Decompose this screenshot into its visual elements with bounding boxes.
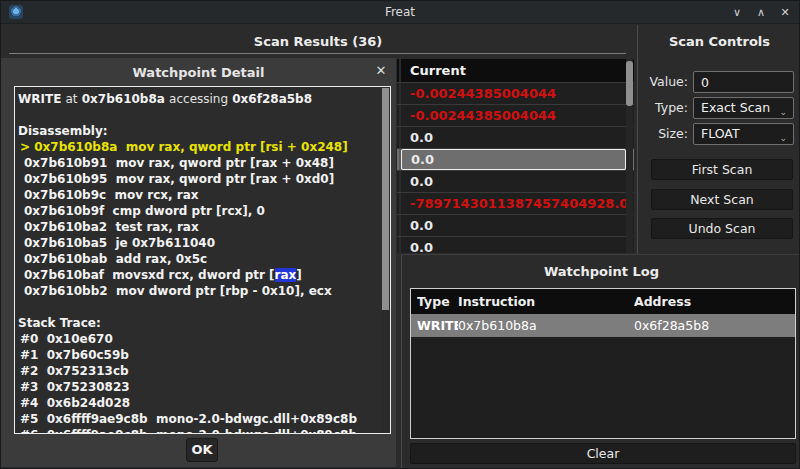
close-icon[interactable]: ✕ bbox=[372, 62, 390, 80]
titlebar: Freat ∨ ∧ ✕ bbox=[1, 1, 799, 24]
watchpoint-log-table[interactable]: Type Instruction Address WRITE0x7b610b8a… bbox=[410, 288, 796, 439]
watchpoint-log-title: Watchpoint Log bbox=[402, 264, 800, 279]
scan-result-value: 0.0 bbox=[401, 237, 626, 253]
highlighted-register: rax bbox=[275, 268, 297, 282]
log-col-address: Address bbox=[634, 289, 795, 314]
type-dropdown-value: Exact Scan bbox=[701, 100, 770, 115]
scan-controls-panel: Scan Controls Value: Type: Exact Scan ⌄ … bbox=[638, 25, 800, 254]
disassembly-line: 0x7b610bb2 mov dword ptr [rbp - 0x10], e… bbox=[18, 283, 378, 299]
detail-scrollbar-thumb[interactable] bbox=[382, 88, 389, 310]
scan-results-rows: -0.00244385004044-0.002443850040440.00.0… bbox=[396, 83, 634, 253]
blank-line bbox=[18, 107, 378, 123]
value-label: Value: bbox=[638, 74, 688, 89]
stack-frame: #0 0x10e670 bbox=[18, 331, 378, 347]
scan-result-value: 0.0 bbox=[401, 149, 626, 170]
scan-result-value: -0.00244385004044 bbox=[401, 105, 626, 126]
scan-result-row[interactable]: 0.0 bbox=[396, 215, 634, 237]
disassembly-line: 0x7b610ba2 test rax, rax bbox=[18, 219, 378, 235]
clear-button[interactable]: Clear bbox=[410, 443, 796, 464]
log-col-instruction: Instruction bbox=[458, 289, 634, 314]
scan-result-row[interactable]: 0.0 bbox=[396, 237, 634, 253]
log-type: WRITE bbox=[417, 314, 458, 337]
results-scrollbar-thumb[interactable] bbox=[626, 61, 633, 106]
access-type: WRITE bbox=[18, 92, 61, 106]
close-icon[interactable]: ✕ bbox=[777, 5, 793, 21]
watchpoint-log-panel: Watchpoint Log Type Instruction Address … bbox=[401, 254, 800, 469]
log-rows: WRITE0x7b610b8a0x6f28a5b8 bbox=[411, 314, 795, 337]
type-label: Type: bbox=[638, 100, 688, 115]
log-address: 0x6f28a5b8 bbox=[634, 314, 795, 337]
disassembly-line: 0x7b610b9c mov rcx, rax bbox=[18, 187, 378, 203]
value-row: Value: bbox=[638, 71, 800, 93]
disassembly-line: 0x7b610baf movsxd rcx, dword ptr [rax] bbox=[18, 267, 378, 283]
stack-frame: #1 0x7b60c59b bbox=[18, 347, 378, 363]
size-dropdown[interactable]: FLOAT ⌄ bbox=[693, 123, 794, 145]
window-controls: ∨ ∧ ✕ bbox=[729, 1, 793, 24]
watchpoint-log-row[interactable]: WRITE0x7b610b8a0x6f28a5b8 bbox=[411, 314, 795, 337]
watchpoint-detail-title: Watchpoint Detail bbox=[1, 65, 396, 80]
stack-frame: #6 0x6ffff9ae9c8b mono-2.0-bdwgc.dll+0x8… bbox=[18, 427, 378, 434]
scan-result-row[interactable]: 0.0 bbox=[396, 171, 634, 193]
stack-frame: #3 0x75230823 bbox=[18, 379, 378, 395]
scan-results-table[interactable]: Current -0.00244385004044-0.002443850040… bbox=[396, 59, 634, 253]
scan-results-header-row: Current bbox=[396, 59, 634, 83]
scan-result-row[interactable]: -0.00244385004044 bbox=[396, 105, 634, 127]
stack-frame: #5 0x6ffff9ae9c8b mono-2.0-bdwgc.dll+0x8… bbox=[18, 411, 378, 427]
summary-accessing: accessing bbox=[169, 92, 228, 106]
ok-button[interactable]: OK bbox=[186, 438, 218, 462]
stack-frame: #4 0x6b24d028 bbox=[18, 395, 378, 411]
watchpoint-detail-dialog: Watchpoint Detail ✕ WRITE at 0x7b610b8a … bbox=[1, 58, 397, 467]
scan-result-value: 0.0 bbox=[401, 171, 626, 192]
target-address: 0x6f28a5b8 bbox=[232, 92, 312, 106]
stack-trace-listing: #0 0x10e670#1 0x7b60c59b#2 0x752313cb#3 … bbox=[18, 331, 378, 434]
stack-frame: #2 0x752313cb bbox=[18, 363, 378, 379]
results-scrollbar[interactable] bbox=[626, 59, 633, 253]
summary-at: at bbox=[66, 92, 78, 106]
disassembly-line: 0x7b610ba5 je 0x7b611040 bbox=[18, 235, 378, 251]
stack-trace-heading: Stack Trace: bbox=[18, 315, 378, 331]
blank-line bbox=[18, 299, 378, 315]
scan-result-row[interactable]: 0.0 bbox=[396, 149, 634, 171]
scan-result-value: 0.0 bbox=[401, 127, 626, 148]
chevron-down-icon: ⌄ bbox=[779, 102, 787, 122]
chevron-down-icon: ⌄ bbox=[779, 128, 787, 148]
window-title: Freat bbox=[1, 5, 799, 19]
scan-result-row[interactable]: 0.0 bbox=[396, 127, 634, 149]
minimize-icon[interactable]: ∨ bbox=[729, 5, 745, 21]
undo-scan-button[interactable]: Undo Scan bbox=[651, 218, 793, 239]
size-dropdown-value: FLOAT bbox=[701, 126, 740, 141]
disassembly-line: 0x7b610b95 mov rax, qword ptr [rax + 0xd… bbox=[18, 171, 378, 187]
scan-result-row[interactable]: -7897143011387457404928.0 bbox=[396, 193, 634, 215]
disassembly-line: 0x7b610b91 mov rax, qword ptr [rax + 0x4… bbox=[18, 155, 378, 171]
log-instruction: 0x7b610b8a bbox=[458, 314, 634, 337]
disassembly-line: 0x7b610b9f cmp dword ptr [rcx], 0 bbox=[18, 203, 378, 219]
disassembly-line: > 0x7b610b8a mov rax, qword ptr [rsi + 0… bbox=[18, 139, 378, 155]
watchpoint-detail-text[interactable]: WRITE at 0x7b610b8a accessing 0x6f28a5b8… bbox=[14, 86, 391, 434]
scan-controls-title: Scan Controls bbox=[638, 34, 800, 49]
scan-results-title: Scan Results (36) bbox=[1, 34, 635, 49]
current-column-header: Current bbox=[401, 59, 626, 82]
scan-result-value: -7897143011387457404928.0 bbox=[401, 193, 626, 214]
instruction-address: 0x7b610b8a bbox=[82, 92, 165, 106]
log-col-type: Type bbox=[417, 289, 458, 314]
disassembly-line: 0x7b610bab add rax, 0x5c bbox=[18, 251, 378, 267]
disassembly-heading: Disassembly: bbox=[18, 123, 378, 139]
scan-result-value: -0.00244385004044 bbox=[401, 83, 626, 104]
first-scan-button[interactable]: First Scan bbox=[651, 159, 793, 180]
value-input[interactable] bbox=[693, 71, 794, 93]
type-dropdown[interactable]: Exact Scan ⌄ bbox=[693, 97, 794, 119]
maximize-icon[interactable]: ∧ bbox=[753, 5, 769, 21]
disassembly-listing: > 0x7b610b8a mov rax, qword ptr [rsi + 0… bbox=[18, 139, 378, 299]
next-scan-button[interactable]: Next Scan bbox=[651, 189, 793, 210]
scan-results-separator bbox=[9, 53, 626, 54]
watchpoint-summary: WRITE at 0x7b610b8a accessing 0x6f28a5b8 bbox=[18, 91, 378, 107]
app-window: Freat ∨ ∧ ✕ Scan Results (36) Current -0… bbox=[0, 0, 800, 469]
log-header-row: Type Instruction Address bbox=[411, 289, 795, 314]
detail-scrollbar[interactable] bbox=[382, 88, 389, 434]
size-label: Size: bbox=[638, 126, 688, 141]
size-row: Size: FLOAT ⌄ bbox=[638, 123, 800, 145]
scan-result-value: 0.0 bbox=[401, 215, 626, 236]
type-row: Type: Exact Scan ⌄ bbox=[638, 97, 800, 119]
scan-result-row[interactable]: -0.00244385004044 bbox=[396, 83, 634, 105]
